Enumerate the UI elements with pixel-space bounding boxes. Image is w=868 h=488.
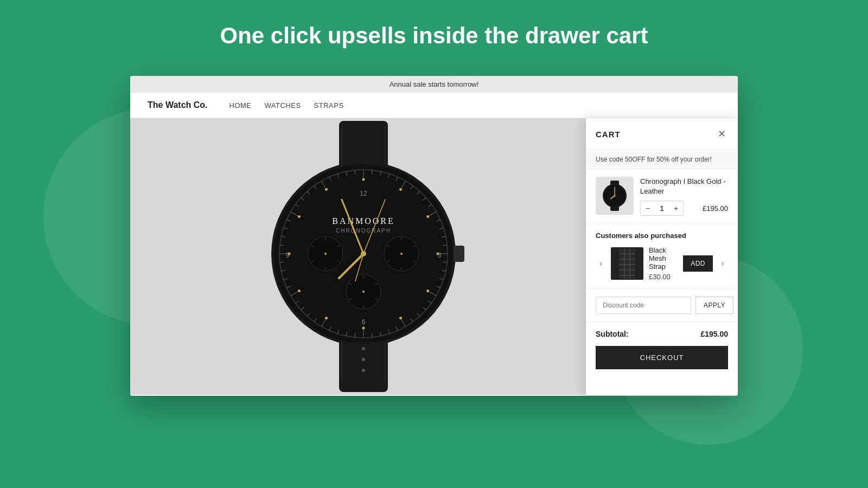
discount-input[interactable] [596,297,691,314]
upsell-item-name: Black Mesh Strap [649,246,678,271]
cart-item: Chronograph I Black Gold - Leather − 1 +… [586,169,738,224]
cart-item-qty: − 1 + [640,201,684,216]
upsell-item-info: Black Mesh Strap £30.00 [649,246,678,281]
discount-section: APPLY [586,289,738,322]
watch-svg-container: BANMOORE CHRONOGRAPH [233,118,494,395]
cart-promo-bar: Use code 50OFF for 50% off your order! [586,150,738,169]
svg-text:CHRONOGRAPH: CHRONOGRAPH [336,228,391,234]
nav-home[interactable]: HOME [229,101,252,110]
cart-title: CART [596,130,621,139]
svg-point-8 [362,369,365,372]
nav-links: HOME WATCHES STRAPS [229,101,344,110]
upsell-section: Customers also purchased ‹ [586,224,738,289]
cart-drawer: CART ✕ Use code 50OFF for 50% off your o… [586,118,738,395]
svg-point-88 [324,253,327,255]
carousel-prev-button[interactable]: ‹ [596,258,607,269]
cart-item-name: Chronograph I Black Gold - Leather [640,177,728,196]
svg-text:BANMOORE: BANMOORE [332,216,395,226]
announcement-bar: Annual sale starts tomorrow! [130,76,738,93]
cart-item-image [596,177,634,215]
svg-point-73 [362,178,365,181]
svg-text:12: 12 [360,190,367,197]
svg-point-6 [362,347,365,350]
svg-text:6: 6 [362,318,366,326]
store-nav: The Watch Co. HOME WATCHES STRAPS [130,93,738,118]
apply-discount-button[interactable]: APPLY [695,297,733,314]
upsell-item-image [611,247,643,280]
subtotal-amount: £195.00 [700,330,728,338]
upsell-carousel: ‹ [596,246,728,281]
browser-window: Annual sale starts tomorrow! The Watch C… [130,76,738,396]
svg-rect-127 [619,248,635,279]
subtotal-label: Subtotal: [596,330,629,338]
upsell-add-button[interactable]: ADD [683,255,713,272]
carousel-next-button[interactable]: › [717,258,728,269]
cart-qty-plus[interactable]: + [669,201,683,215]
upsell-title: Customers also purchased [596,232,728,240]
svg-point-96 [400,253,403,255]
checkout-button[interactable]: CHECKOUT [596,346,728,369]
nav-straps[interactable]: STRAPS [314,101,344,110]
watch-image-area: BANMOORE CHRONOGRAPH [130,118,597,395]
cart-close-button[interactable]: ✕ [716,127,728,141]
subtotal-section: Subtotal: £195.00 [586,322,738,346]
cart-item-price: £195.00 [703,204,728,213]
nav-watches[interactable]: WATCHES [265,101,301,110]
cart-item-qty-row: − 1 + £195.00 [640,201,728,216]
svg-rect-11 [454,246,464,262]
svg-point-79 [362,327,365,330]
svg-text:9: 9 [286,252,290,259]
cart-promo-text: Use code 50OFF for 50% off your order! [596,156,712,163]
svg-text:3: 3 [438,252,442,259]
svg-point-119 [361,251,366,256]
cart-qty-minus[interactable]: − [641,201,655,215]
cart-item-details: Chronograph I Black Gold - Leather − 1 +… [640,177,728,216]
svg-point-104 [362,291,365,293]
page-headline: One click upsells inside the drawer cart [0,23,868,49]
svg-point-7 [362,358,365,361]
store-content: BANMOORE CHRONOGRAPH [130,118,738,395]
upsell-item-price: £30.00 [649,273,678,281]
store-logo: The Watch Co. [148,100,208,110]
upsell-item: Black Mesh Strap £30.00 ADD [611,246,713,281]
cart-qty-value: 1 [655,204,669,213]
announcement-text: Annual sale starts tomorrow! [390,80,479,88]
cart-header: CART ✕ [586,118,738,150]
